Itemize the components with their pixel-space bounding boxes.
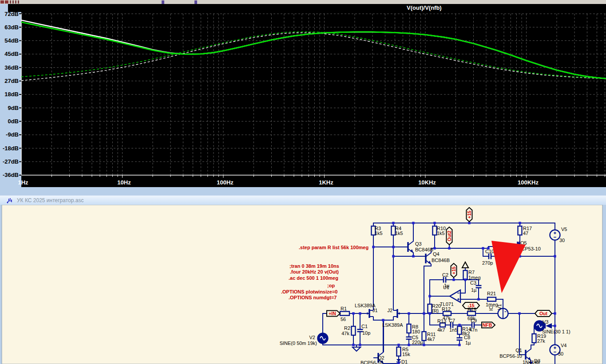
svg-text:+15: +15 [467, 211, 472, 219]
y-tick-label: 0dB [8, 118, 19, 125]
component-label: R15 [467, 307, 476, 312]
component-label: 27k [537, 338, 545, 344]
component-label: 1meg [468, 275, 481, 280]
junction-dot [477, 298, 479, 300]
y-tick-label: 54dB [4, 37, 19, 44]
toolbar-strip[interactable] [0, 0, 606, 4]
component-label: R21 [487, 291, 496, 296]
toolbar-icon[interactable] [0, 0, 4, 4]
junction-dot [412, 222, 414, 224]
x-tick-label: 100KHz [518, 179, 539, 186]
svg-text:Out2: Out2 [447, 231, 452, 241]
junction-dot [392, 255, 394, 257]
component-label: 10p [362, 330, 370, 336]
y-tick-label: 63dB [4, 24, 19, 31]
spice-directive[interactable]: ;op [327, 283, 335, 288]
component-label: R1 [341, 306, 347, 311]
junction-dot [428, 312, 431, 314]
component-label: LSK389A [382, 322, 403, 328]
component-label: J1 [372, 308, 378, 313]
component-label: 1k5 [437, 231, 445, 236]
component-label: J2 [387, 308, 392, 313]
component-label: 47 [523, 231, 528, 236]
component-label: R12 [442, 306, 451, 312]
component-label: C8 [464, 335, 470, 340]
junction-dot [352, 344, 354, 346]
y-tick-label: 45dB [4, 51, 19, 57]
component-label: 56 [341, 317, 346, 322]
junction-dot [382, 319, 384, 321]
plot-title-band [8, 4, 606, 12]
component-label: SINE(30 1 1) [542, 329, 570, 334]
junction-dot [554, 312, 556, 314]
x-tick-label: 10Hz [117, 179, 131, 186]
component-label: V1 [497, 304, 502, 310]
component-label: BCP56-10 [360, 360, 383, 364]
net-flag-+IN[interactable]: +IN [327, 311, 340, 317]
component-label: 1n5 [449, 327, 457, 333]
plot-trace-label[interactable]: V(out)/V(nfb) [407, 4, 442, 11]
component-label: 1µ [471, 287, 477, 293]
junction-dot [482, 247, 484, 249]
component-label: U1 [443, 285, 449, 290]
x-tick-label: 1Hz [18, 179, 28, 186]
schematic-titlebar[interactable]: УК КС 2025 интегратор.asc [0, 196, 606, 205]
junction-dot [423, 312, 425, 314]
junction-dot [433, 247, 436, 249]
net-flag-NFB[interactable]: NFB [482, 322, 495, 328]
component-label: C7 [449, 318, 455, 323]
component-label: BCP56-10 [499, 353, 522, 359]
toolbar-icon[interactable] [10, 0, 20, 4]
component-label: R7 [468, 270, 475, 275]
junction-dot [458, 324, 460, 326]
x-tick-label: 10KHz [418, 179, 436, 186]
component-label: IC [488, 306, 494, 311]
junction-dot [423, 344, 425, 346]
component-label: C3 [470, 280, 476, 286]
component-label: BC846B [415, 247, 433, 252]
component-label: 1k5 [395, 231, 403, 236]
component-label: 270p [482, 260, 493, 266]
toolbar-icon[interactable] [194, 0, 197, 4]
svg-text:NFB: NFB [483, 322, 492, 328]
junction-dot [352, 312, 354, 314]
net-flag-Out[interactable]: Out [535, 310, 552, 317]
component-V2[interactable] [318, 333, 328, 344]
toolbar-icon[interactable] [5, 0, 8, 4]
junction-dot [397, 362, 400, 364]
component-label: 180 [412, 329, 420, 334]
component-label: 4k7 [427, 337, 435, 342]
component-label: V4 [561, 343, 566, 348]
x-tick-label: 100Hz [217, 179, 234, 186]
y-tick-label: -27dB [3, 158, 19, 165]
schematic-canvas[interactable]: +15+15Out2-15Out+INNFBR31k5R41k5R101k5R1… [0, 205, 606, 364]
junction-dot [392, 222, 394, 224]
spice-directive[interactable]: .four 20kHz 20 v(Out) [290, 269, 339, 274]
junction-dot [408, 312, 410, 314]
spice-directive[interactable]: ;tran 0 38m 19m 10ns [289, 263, 339, 269]
spice-directive[interactable]: .step param R list 56k 100meg [299, 245, 368, 250]
component-label: 220µ [412, 340, 423, 345]
x-tick-label: 1KHz [319, 179, 333, 186]
waveform-window[interactable]: 72dB63dB54dB45dB36dB27dB18dB9dB0dB-9dB-1… [0, 4, 606, 196]
component-label: R2 [344, 325, 350, 331]
component-label: BC846B [432, 258, 450, 263]
component-label: 1µ [465, 340, 471, 345]
junction-dot [448, 247, 450, 249]
component-V5[interactable] [550, 230, 560, 240]
component-label: C1 [361, 324, 368, 329]
spice-directive[interactable]: .OPTIONS numdgt=7 [289, 295, 337, 300]
junction-dot [359, 312, 361, 314]
ltspice-application: 72dB63dB54dB45dB36dB27dB18dB9dB0dB-9dB-1… [0, 0, 606, 364]
junction-dot [392, 246, 394, 248]
schematic-file-icon [6, 197, 13, 204]
toolbar-icon[interactable] [162, 0, 164, 4]
junction-dot [452, 278, 455, 281]
component-label: 4k7 [437, 327, 445, 333]
waveform-pane[interactable] [21, 12, 606, 187]
component-label: Q4 [433, 251, 440, 257]
spice-directive[interactable]: .ac dec 500 1 100meg [289, 275, 338, 281]
spice-directive[interactable]: .OPTIONS plotwinsize=0 [281, 289, 337, 294]
component-label: SINE(0 50m 19k) [280, 341, 317, 346]
component-label: D1 [401, 359, 408, 364]
